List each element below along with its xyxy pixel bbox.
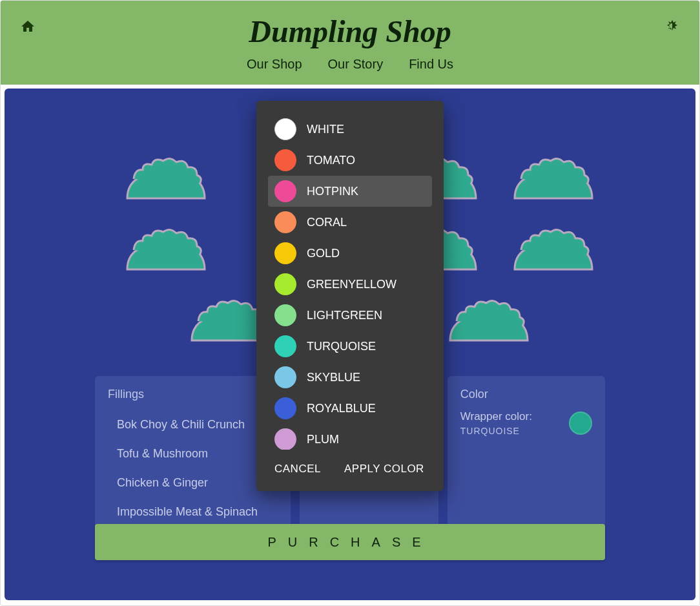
color-swatch-icon (274, 366, 296, 388)
color-option-gold[interactable]: GOLD (268, 238, 432, 269)
filling-option[interactable]: Impossible Meat & Spinach (108, 497, 278, 527)
color-picker-dialog: WHITETOMATOHOTPINKCORALGOLDGREENYELLOWLI… (256, 101, 444, 491)
color-option-label: ROYALBLUE (307, 402, 376, 415)
filling-option[interactable]: Bok Choy & Chili Crunch (108, 410, 278, 439)
dumpling-icon (444, 295, 534, 347)
color-option-hotpink[interactable]: HOTPINK (268, 176, 432, 207)
dumpling-icon (121, 224, 211, 276)
nav-our-story[interactable]: Our Story (328, 57, 384, 72)
color-option-label: GOLD (307, 247, 340, 260)
color-swatch-icon (274, 149, 296, 171)
color-option-label: TURQUOISE (307, 340, 376, 353)
color-swatch-icon (274, 242, 296, 264)
wrapper-color-value: TURQUOISE (460, 426, 532, 436)
wrapper-color-label: Wrapper color: (460, 410, 532, 423)
fillings-title: Fillings (108, 388, 278, 401)
color-swatch-icon (274, 118, 296, 140)
color-swatch-icon (274, 428, 296, 450)
color-option-greenyellow[interactable]: GREENYELLOW (268, 269, 432, 300)
nav-our-shop[interactable]: Our Shop (247, 57, 302, 72)
color-list[interactable]: WHITETOMATOHOTPINKCORALGOLDGREENYELLOWLI… (268, 114, 436, 450)
color-option-coral[interactable]: CORAL (268, 207, 432, 238)
filling-option[interactable]: Chicken & Ginger (108, 468, 278, 497)
color-swatch-icon (274, 180, 296, 202)
color-option-label: WHITE (307, 123, 344, 136)
dumpling-icon (121, 153, 211, 205)
color-option-label: CORAL (307, 216, 347, 229)
color-option-lightgreen[interactable]: LIGHTGREEN (268, 300, 432, 331)
wrapper-color-swatch[interactable] (569, 412, 592, 435)
cancel-button[interactable]: CANCEL (274, 463, 321, 475)
color-option-label: PLUM (307, 433, 339, 446)
color-option-label: GREENYELLOW (307, 278, 396, 291)
color-option-royalblue[interactable]: ROYALBLUE (268, 393, 432, 424)
color-swatch-icon (274, 335, 296, 357)
home-icon[interactable] (20, 19, 36, 37)
color-swatch-icon (274, 397, 296, 419)
apply-color-button[interactable]: APPLY COLOR (344, 463, 424, 475)
nav-find-us[interactable]: Find Us (409, 57, 453, 72)
color-option-plum[interactable]: PLUM (268, 424, 432, 450)
theme-toggle-icon[interactable] (664, 19, 680, 37)
color-option-white[interactable]: WHITE (268, 114, 432, 145)
color-card: Color Wrapper color: TURQUOISE (448, 376, 605, 544)
color-option-tomato[interactable]: TOMATO (268, 145, 432, 176)
color-option-skyblue[interactable]: SKYBLUE (268, 362, 432, 393)
color-swatch-icon (274, 273, 296, 295)
color-title: Color (460, 388, 592, 401)
color-option-label: TOMATO (307, 154, 355, 167)
color-option-label: SKYBLUE (307, 371, 360, 384)
page-title: Dumpling Shop (14, 14, 686, 49)
nav-row: Our Shop Our Story Find Us (14, 57, 686, 72)
color-option-label: HOTPINK (307, 185, 358, 198)
filling-option[interactable]: Tofu & Mushroom (108, 439, 278, 468)
color-option-label: LIGHTGREEN (307, 309, 382, 322)
header: Dumpling Shop Our Shop Our Story Find Us (1, 1, 699, 85)
dumpling-icon (508, 224, 599, 276)
dumpling-icon (508, 153, 599, 205)
purchase-button[interactable]: PURCHASE (95, 524, 605, 560)
color-swatch-icon (274, 211, 296, 233)
color-option-turquoise[interactable]: TURQUOISE (268, 331, 432, 362)
color-swatch-icon (274, 304, 296, 326)
